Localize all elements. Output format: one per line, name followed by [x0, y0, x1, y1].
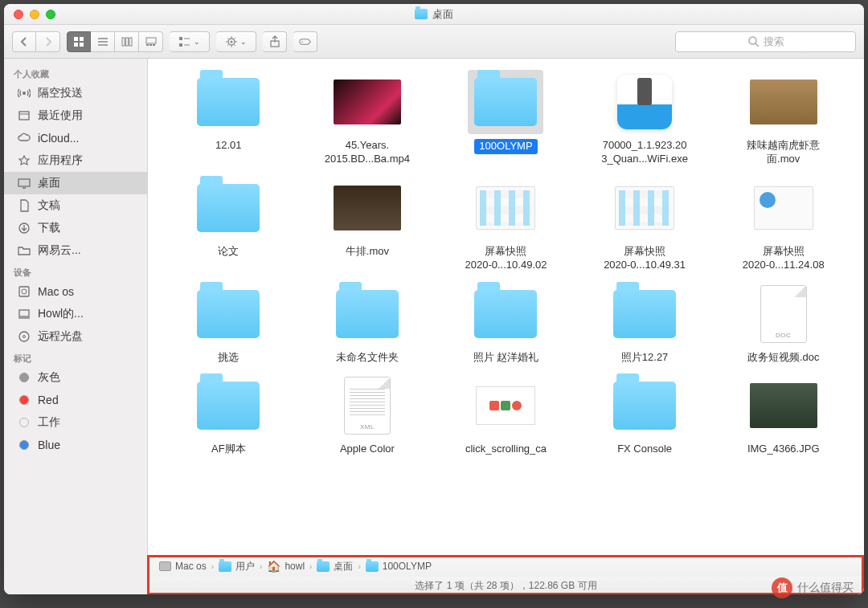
- gear-icon: [225, 35, 238, 48]
- file-item[interactable]: IMG_4366.JPG: [717, 373, 850, 456]
- sidebar-label: 最近使用: [38, 108, 83, 123]
- sidebar-item-远程光盘[interactable]: 远程光盘: [4, 325, 147, 348]
- thumbnail: [746, 70, 821, 134]
- sidebar-item-Blue[interactable]: Blue: [4, 434, 147, 456]
- status-bar: 选择了 1 项（共 28 项），122.86 GB 可用: [148, 577, 864, 594]
- file-item[interactable]: 70000_1.1.923.203_Quan...WiFi.exe: [579, 70, 711, 166]
- file-item[interactable]: 45.Years.2015.BD...Ba.mp4: [301, 70, 434, 166]
- file-item[interactable]: 照片12.27: [579, 282, 711, 365]
- svg-rect-22: [19, 287, 29, 296]
- file-item[interactable]: 未命名文件夹: [301, 282, 434, 365]
- sidebar-item-下载[interactable]: 下载: [4, 217, 147, 239]
- column-view-button[interactable]: [115, 31, 139, 52]
- group-button[interactable]: ⌄: [170, 31, 210, 52]
- file-label: 屏幕快照: [485, 245, 526, 259]
- sidebar-item-隔空投送[interactable]: 隔空投送: [4, 82, 147, 104]
- file-item[interactable]: 100OLYMP: [440, 70, 572, 166]
- file-item[interactable]: DOC政务短视频.doc: [717, 282, 850, 365]
- breadcrumb-item[interactable]: 用户: [219, 560, 255, 573]
- thumbnail: [607, 282, 682, 346]
- sidebar-label: Blue: [38, 439, 60, 451]
- sidebar-item-工作[interactable]: 工作: [4, 411, 147, 434]
- thumbnail: [468, 176, 543, 240]
- file-item[interactable]: AF脚本: [162, 373, 295, 456]
- sidebar-item-网易云...[interactable]: 网易云...: [4, 239, 147, 262]
- breadcrumb-item[interactable]: 桌面: [317, 560, 353, 573]
- sidebar-label: 远程光盘: [38, 329, 83, 344]
- icon-view-button[interactable]: [67, 31, 91, 52]
- file-item[interactable]: 辣味越南虎虾意面.mov: [717, 70, 850, 166]
- file-label: 70000_1.1.923.20: [603, 139, 687, 153]
- file-label-2: 3_Quan...WiFi.exe: [601, 153, 688, 166]
- back-button[interactable]: [12, 31, 36, 52]
- share-button[interactable]: [263, 31, 287, 52]
- watermark-text: 什么值得买: [797, 581, 854, 595]
- folder-icon: [17, 243, 31, 258]
- thumbnail: [607, 70, 682, 134]
- sidebar-item-iCloud...[interactable]: iCloud...: [4, 127, 147, 149]
- svg-rect-5: [125, 38, 128, 46]
- list-view-button[interactable]: [91, 31, 115, 52]
- file-label: 辣味越南虎虾意: [747, 139, 820, 153]
- chevron-icon: ›: [308, 562, 313, 571]
- file-label: click_scrolling_ca: [465, 443, 547, 456]
- svg-rect-12: [179, 43, 182, 47]
- file-item[interactable]: 论文: [162, 176, 295, 272]
- sidebar-item-文稿[interactable]: 文稿: [4, 194, 147, 217]
- sidebar-item-最近使用[interactable]: 最近使用: [4, 104, 147, 127]
- sidebar-label: 应用程序: [38, 153, 83, 168]
- list-icon: [96, 35, 109, 48]
- minimize-button[interactable]: [30, 10, 39, 19]
- file-item[interactable]: 牛排.mov: [301, 176, 434, 272]
- tag-icon: [17, 415, 31, 430]
- file-item[interactable]: FX Console: [579, 373, 711, 456]
- search-input[interactable]: 搜索: [675, 31, 856, 52]
- gallery-view-button[interactable]: [139, 31, 163, 52]
- breadcrumb-item[interactable]: 100OLYMP: [366, 561, 432, 572]
- tag-icon: [17, 370, 31, 385]
- downloads-icon: [17, 221, 31, 235]
- file-label-2: 2020-0...11.24.08: [743, 259, 825, 272]
- svg-rect-6: [129, 38, 132, 46]
- action-button[interactable]: ⌄: [216, 31, 256, 52]
- file-item[interactable]: XMLApple Color: [301, 373, 434, 456]
- tags-button[interactable]: [293, 31, 317, 52]
- breadcrumb-item[interactable]: 🏠howl: [267, 560, 305, 573]
- content-area: 12.0145.Years.2015.BD...Ba.mp4100OLYMP70…: [148, 59, 864, 594]
- sidebar-label: 桌面: [38, 176, 60, 190]
- breadcrumb-item[interactable]: Mac os: [159, 561, 207, 572]
- recents-icon: [17, 108, 31, 123]
- file-item[interactable]: 12.01: [162, 70, 295, 166]
- sidebar-item-Red[interactable]: Red: [4, 389, 147, 411]
- file-label-2: 2020-0...10.49.02: [465, 259, 547, 272]
- sidebar-label: Red: [38, 394, 59, 406]
- thumbnail: [190, 282, 266, 346]
- thumbnail: [746, 373, 821, 438]
- search-placeholder: 搜索: [764, 35, 784, 49]
- path-bar[interactable]: Mac os›用户›🏠howl›桌面›100OLYMP: [148, 556, 864, 577]
- thumbnail: [330, 282, 405, 346]
- close-button[interactable]: [14, 10, 23, 19]
- file-item[interactable]: 挑选: [162, 282, 295, 365]
- titlebar[interactable]: 桌面: [4, 4, 864, 25]
- file-label: 100OLYMP: [474, 139, 537, 154]
- thumbnail: [190, 70, 266, 134]
- file-item[interactable]: click_scrolling_ca: [440, 373, 572, 456]
- file-item[interactable]: 屏幕快照2020-0...10.49.31: [579, 176, 711, 272]
- svg-rect-3: [80, 43, 84, 47]
- svg-point-18: [23, 92, 26, 95]
- file-item[interactable]: 屏幕快照2020-0...10.49.02: [440, 176, 572, 272]
- share-icon: [268, 35, 281, 48]
- sidebar-item-灰色[interactable]: 灰色: [4, 366, 147, 389]
- icon-grid[interactable]: 12.0145.Years.2015.BD...Ba.mp4100OLYMP70…: [148, 59, 864, 555]
- file-item[interactable]: 照片 赵洋婚礼: [440, 282, 572, 365]
- sidebar-item-Howl的...[interactable]: Howl的...: [4, 303, 147, 325]
- sidebar[interactable]: 个人收藏隔空投送最近使用iCloud...应用程序桌面文稿下载网易云...设备M…: [4, 59, 148, 594]
- file-item[interactable]: 屏幕快照2020-0...11.24.08: [717, 176, 850, 272]
- forward-button[interactable]: [36, 31, 60, 52]
- file-label: Apple Color: [340, 443, 395, 456]
- maximize-button[interactable]: [46, 10, 55, 19]
- sidebar-item-桌面[interactable]: 桌面: [4, 172, 147, 194]
- sidebar-item-Mac os[interactable]: Mac os: [4, 280, 147, 303]
- sidebar-item-应用程序[interactable]: 应用程序: [4, 149, 147, 172]
